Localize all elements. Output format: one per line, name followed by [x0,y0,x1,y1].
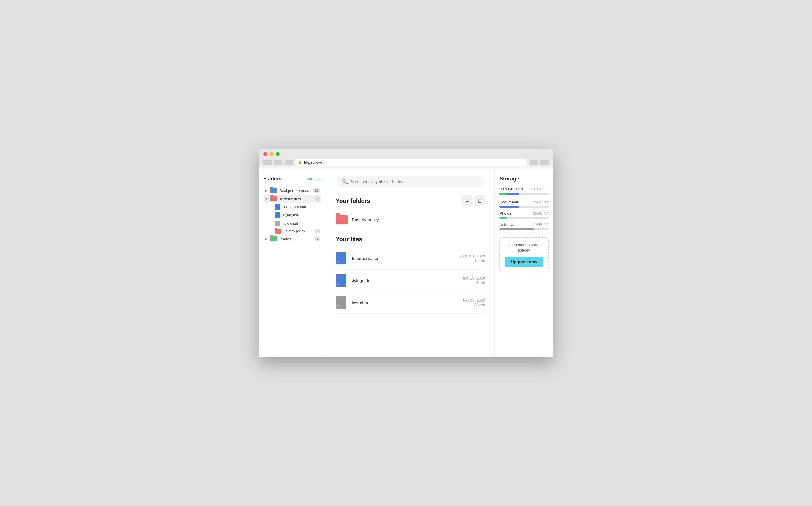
upgrade-box: Need more storage space? Upgrade now [500,237,549,272]
file-row-info-flow-chart: flow-chart [351,300,458,305]
category-bar-unknown [500,228,549,230]
view-controls: ≡ ⊞ [462,195,485,206]
category-bar-fill-photos [500,217,507,219]
category-header-photos: Photos 80GB left [500,211,549,216]
files-section-header: Your files [336,236,485,243]
browser-body: Folders Add new ▶ Design resources 12 ▼ … [259,169,553,357]
browser-chrome: 🔒 https://www. [259,149,553,166]
sidebar-item-website-files[interactable]: ▼ Website files 4 [263,195,322,203]
address-bar[interactable]: 🔒 https://www. [295,159,528,166]
tabs-button[interactable] [540,160,549,165]
folder-badge-website-files: 4 [315,197,320,201]
folder-icon-pink-small [275,229,281,234]
sub-item-flow-chart[interactable]: flow-chart [274,220,322,228]
upgrade-text: Need more storage space? [505,242,543,253]
gray-file-icon [275,221,280,227]
folders-section: Your folders ≡ ⊞ Privacy policy [336,195,485,229]
file-icon-documentation [336,252,346,264]
lock-icon: 🔒 [298,160,302,164]
sidebar-item-photos[interactable]: ▶ Photos 7 [263,235,322,243]
file-size-flow-chart: 28 mb [462,303,485,307]
file-name-documentation: documentation [351,256,455,261]
share-button[interactable] [530,160,538,165]
file-icon-styleguide [336,274,346,286]
files-section-title: Your files [336,236,362,243]
category-header-documents: Documents 45GB left [500,200,549,204]
browser-nav: 🔒 https://www. [263,159,549,166]
folder-name-design-resources: Design resources [279,188,311,193]
category-name-documents: Documents [500,200,519,204]
doc-icon [275,204,280,210]
category-header-unknown: Unknown 12GB left [500,222,549,227]
file-icon-flow-chart [336,297,346,309]
storage-bar-blue [507,193,519,195]
file-meta-styleguide: July 29, 2020 8 mb [462,276,485,285]
file-meta-flow-chart: July 29, 2020 28 mb [462,298,485,307]
search-bar[interactable]: 🔍 [337,176,484,187]
sidebar: Folders Add new ▶ Design resources 12 ▼ … [259,169,327,357]
sub-item-styleguide[interactable]: styleguide [274,211,322,220]
file-row-info-styleguide: styleguide [351,278,458,283]
category-left-photos: 80GB left [533,211,549,216]
folder-icon-pink [270,196,277,201]
folder-icon-green [270,236,277,242]
sub-item-name-privacy-policy: Privacy policy [283,229,312,233]
browser-controls [263,152,549,156]
upgrade-now-button[interactable]: Upgrade now [505,257,543,267]
sub-item-badge-privacy-policy: 5 [315,229,320,233]
category-name-unknown: Unknown [500,222,515,227]
doc-icon [275,212,280,218]
storage-used-label: 90.5 GB used [500,187,523,191]
file-name-styleguide: styleguide [351,278,458,283]
storage-bar-green [500,193,507,195]
list-view-button[interactable]: ≡ [462,195,473,206]
close-button[interactable] [263,152,267,156]
file-row-styleguide[interactable]: styleguide July 29, 2020 8 mb [336,269,485,291]
forward-button[interactable] [274,160,282,165]
reload-button[interactable] [284,160,293,165]
category-bar-fill-documents [500,206,519,207]
folder-name-photos: Photos [279,237,312,241]
category-bar-photos [500,217,549,219]
right-panel: Storage 90.5 GB used 137GB left Document… [494,169,553,357]
category-left-unknown: 12GB left [533,222,549,227]
minimize-button[interactable] [269,152,273,156]
file-row-documentation[interactable]: documentation August 1, 2020 15 mb [336,247,485,269]
storage-title: Storage [500,176,549,182]
folders-section-title: Your folders [336,197,370,204]
file-row-info-documentation: documentation [351,256,455,261]
folder-icon-blue [270,188,277,193]
category-left-documents: 45GB left [533,200,549,204]
sidebar-header: Folders Add new [263,176,322,182]
url-text: https://www. [304,160,325,165]
storage-bar-total [500,193,549,195]
grid-view-button[interactable]: ⊞ [474,195,485,206]
file-meta-documentation: August 1, 2020 15 mb [459,254,485,263]
file-row-flow-chart[interactable]: flow-chart July 29, 2020 28 mb [336,291,485,314]
sub-item-name-documentation: documentation [283,205,320,209]
browser-window: 🔒 https://www. Folders Add new ▶ Design … [259,149,553,357]
file-name-flow-chart: flow-chart [351,300,458,305]
fullscreen-button[interactable] [276,152,279,156]
file-size-styleguide: 8 mb [462,280,485,285]
add-new-button[interactable]: Add new [306,177,322,181]
folder-badge-photos: 7 [315,237,320,241]
folders-section-header: Your folders ≡ ⊞ [336,195,485,206]
storage-category-unknown: Unknown 12GB left [500,222,549,230]
file-date-styleguide: July 29, 2020 [462,276,485,280]
folder-icon-large-pink [336,215,348,225]
sub-item-privacy-policy[interactable]: Privacy policy 5 [274,228,322,235]
storage-category-documents: Documents 45GB left [500,200,549,207]
website-files-children: documentation styleguide flow-chart Priv… [263,203,322,235]
folder-row-name-privacy-policy: Privacy policy [352,217,379,222]
storage-used-row: 90.5 GB used 137GB left [500,187,549,191]
back-button[interactable] [263,160,272,165]
search-input[interactable] [351,179,479,184]
sidebar-item-design-resources[interactable]: ▶ Design resources 12 [263,186,322,195]
file-size-documentation: 15 mb [459,258,485,263]
sub-item-documentation[interactable]: documentation [274,203,322,211]
folder-row-privacy-policy[interactable]: Privacy policy [336,211,485,229]
category-name-photos: Photos [500,211,511,216]
storage-category-photos: Photos 80GB left [500,211,549,219]
storage-left-label: 137GB left [531,187,549,191]
